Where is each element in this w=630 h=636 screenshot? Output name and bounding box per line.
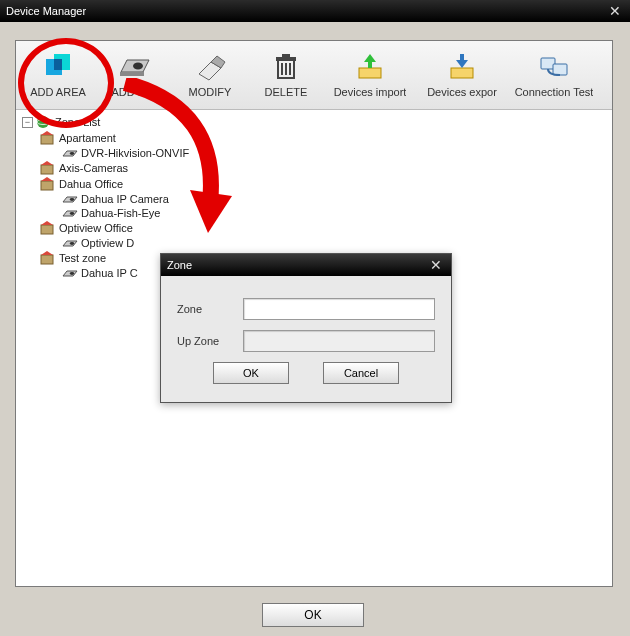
delete-button[interactable]: DELETE [248, 43, 324, 107]
collapse-icon[interactable]: − [22, 117, 33, 128]
svg-marker-15 [364, 54, 376, 68]
close-icon[interactable]: ✕ [606, 2, 624, 20]
svg-rect-2 [54, 59, 62, 70]
toolbar: ADD AREA ADD D… MODIFY [16, 41, 612, 110]
ok-button[interactable]: OK [213, 362, 289, 384]
svg-marker-17 [456, 54, 468, 68]
tree-device-label: Dahua-Fish-Eye [81, 207, 160, 219]
camera-icon [62, 147, 78, 159]
svg-rect-12 [276, 57, 296, 61]
globe-icon [36, 115, 52, 129]
add-device-label: ADD D… [111, 86, 156, 98]
trash-icon [269, 52, 303, 82]
svg-rect-14 [359, 68, 381, 78]
tree-zone[interactable]: Axis-Cameras [22, 160, 606, 176]
titlebar: Device Manager ✕ [0, 0, 630, 22]
modify-button[interactable]: MODIFY [172, 43, 248, 107]
zone-icon [40, 161, 56, 175]
tree-zone[interactable]: Dahua Office [22, 176, 606, 192]
cancel-button[interactable]: Cancel [323, 362, 399, 384]
zone-icon [40, 177, 56, 191]
tree-zone-label: Apartament [59, 132, 116, 144]
zone-dialog-body: Zone Up Zone OK Cancel [161, 276, 451, 402]
device-manager-window: Device Manager ✕ ADD AREA ADD D… [0, 0, 630, 636]
eraser-icon [193, 52, 227, 82]
tree-device-label: Dahua IP Camera [81, 193, 169, 205]
zone-icon [40, 131, 56, 145]
tree-zone[interactable]: Optiview Office [22, 220, 606, 236]
modify-label: MODIFY [189, 86, 232, 98]
svg-point-25 [70, 152, 74, 155]
svg-rect-19 [553, 64, 567, 75]
svg-point-41 [70, 272, 74, 275]
svg-point-37 [70, 242, 74, 245]
svg-rect-16 [451, 68, 473, 78]
connection-test-label: Connection Test [515, 86, 594, 98]
add-device-button[interactable]: ADD D… [96, 43, 172, 107]
tree-device[interactable]: Optiview D [22, 236, 606, 250]
svg-rect-22 [41, 135, 53, 144]
devices-import-label: Devices import [334, 86, 407, 98]
tree-root[interactable]: − Zone List [22, 114, 606, 130]
svg-rect-28 [41, 181, 53, 190]
devices-export-button[interactable]: Devices expor [416, 43, 508, 107]
svg-marker-39 [41, 251, 53, 255]
tree-device-label: Optiview D [81, 237, 134, 249]
svg-point-20 [37, 116, 49, 128]
svg-point-4 [133, 63, 143, 70]
svg-rect-34 [41, 225, 53, 234]
tree-zone-label: Test zone [59, 252, 106, 264]
devices-export-label: Devices expor [427, 86, 497, 98]
camera-icon [62, 193, 78, 205]
devices-import-button[interactable]: Devices import [324, 43, 416, 107]
add-area-label: ADD AREA [30, 86, 86, 98]
window-title: Device Manager [6, 5, 86, 17]
export-icon [445, 52, 479, 82]
camera-icon [62, 207, 78, 219]
svg-marker-29 [41, 177, 53, 181]
tree-device-label: Dahua IP C [81, 267, 138, 279]
zone-label: Zone [177, 303, 243, 315]
add-device-icon [117, 52, 151, 82]
svg-marker-35 [41, 221, 53, 225]
svg-point-31 [70, 198, 74, 201]
tree-device-label: DVR-Hikvision-ONVIF [81, 147, 189, 159]
close-icon[interactable]: ✕ [427, 256, 445, 274]
tree-zone-label: Dahua Office [59, 178, 123, 190]
upzone-input[interactable] [243, 330, 435, 352]
camera-icon [62, 237, 78, 249]
tree-device[interactable]: DVR-Hikvision-ONVIF [22, 146, 606, 160]
window-ok-button[interactable]: OK [262, 603, 364, 627]
add-area-icon [41, 52, 75, 82]
svg-marker-23 [41, 131, 53, 135]
zone-dialog-title: Zone [167, 259, 192, 271]
tree-device[interactable]: Dahua IP Camera [22, 192, 606, 206]
zone-dialog: Zone ✕ Zone Up Zone OK Cancel [160, 253, 452, 403]
svg-rect-5 [120, 72, 144, 76]
connection-test-icon [537, 52, 571, 82]
svg-rect-26 [41, 165, 53, 174]
upzone-label: Up Zone [177, 335, 243, 347]
add-area-button[interactable]: ADD AREA [20, 43, 96, 107]
zone-icon [40, 251, 56, 265]
tree-zone[interactable]: Apartament [22, 130, 606, 146]
import-icon [353, 52, 387, 82]
tree-device[interactable]: Dahua-Fish-Eye [22, 206, 606, 220]
zone-icon [40, 221, 56, 235]
tree-zone-label: Optiview Office [59, 222, 133, 234]
svg-marker-27 [41, 161, 53, 165]
camera-icon [62, 267, 78, 279]
svg-point-33 [70, 212, 74, 215]
tree-root-label: Zone List [55, 116, 100, 128]
zone-dialog-titlebar: Zone ✕ [161, 254, 451, 276]
delete-label: DELETE [265, 86, 308, 98]
connection-test-button[interactable]: Connection Test [508, 43, 600, 107]
svg-rect-38 [41, 255, 53, 264]
zone-input[interactable] [243, 298, 435, 320]
svg-rect-13 [282, 54, 290, 57]
tree-zone-label: Axis-Cameras [59, 162, 128, 174]
